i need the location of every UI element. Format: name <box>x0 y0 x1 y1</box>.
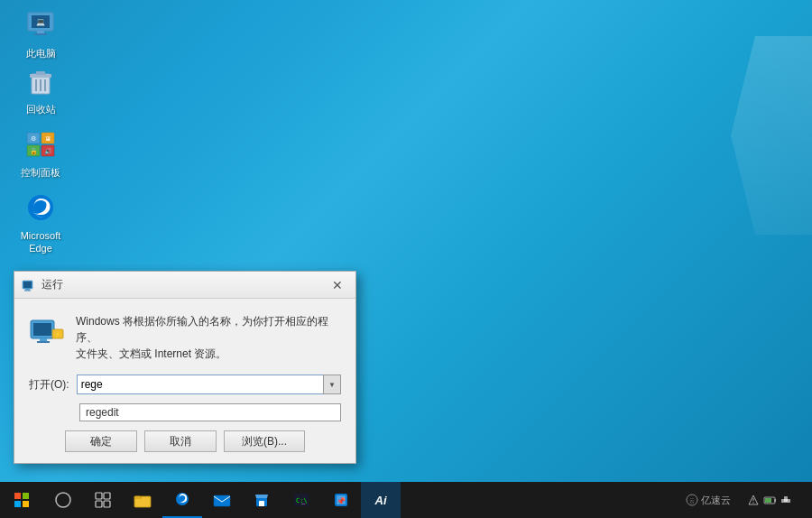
desktop-icon-recycle[interactable]: 回收站 <box>9 63 72 116</box>
taskbar-cmd-icon[interactable]: C:\ _ <box>281 482 321 518</box>
desktop-icon-control-panel[interactable]: ⚙ 🖥 🔒 🔊 控制面板 <box>9 126 72 179</box>
desktop-decoration <box>731 36 812 235</box>
taskbar-store-icon[interactable] <box>242 482 281 518</box>
taskbar-right-area: 云 亿速云 <box>680 482 812 518</box>
svg-rect-27 <box>40 338 47 341</box>
run-input-wrapper: ▼ <box>77 375 341 394</box>
svg-rect-22 <box>23 282 32 288</box>
run-ok-button[interactable]: 确定 <box>65 430 137 452</box>
svg-rect-8 <box>36 71 45 75</box>
svg-rect-32 <box>23 493 29 499</box>
run-dialog-titlebar[interactable]: 运行 ✕ <box>14 272 355 299</box>
yisunyun-label: 亿速云 <box>701 494 731 507</box>
svg-text:💻: 💻 <box>36 17 45 26</box>
taskbar-task-view-icon[interactable] <box>83 482 123 518</box>
svg-rect-39 <box>104 501 110 507</box>
run-cancel-button[interactable]: 取消 <box>144 430 217 452</box>
taskbar-ai-button[interactable]: Ai <box>361 482 401 518</box>
svg-rect-38 <box>96 501 102 507</box>
desktop-icon-edge[interactable]: Microsoft Edge <box>9 190 72 255</box>
cpanel-icon-label: 控制面板 <box>21 166 60 179</box>
pc-icon-label: 此电脑 <box>26 47 56 60</box>
run-open-label: 打开(O): <box>29 377 69 393</box>
svg-rect-26 <box>33 323 51 336</box>
svg-rect-24 <box>24 290 31 291</box>
svg-rect-37 <box>104 493 110 499</box>
svg-rect-57 <box>765 498 771 503</box>
taskbar-pinned-icon[interactable]: 📌 <box>321 482 361 518</box>
desktop-icon-pc[interactable]: 💻 此电脑 <box>9 7 72 60</box>
taskbar-file-explorer-icon[interactable] <box>123 482 162 518</box>
svg-rect-60 <box>781 499 790 503</box>
run-dialog-header: ⚡ Windows 将根据你所输入的名称，为你打开相应的程序、 文件夹、文档或 … <box>29 313 341 362</box>
start-button[interactable] <box>0 482 43 518</box>
recycle-icon <box>23 63 59 99</box>
run-dialog-icon: ⚡ <box>29 313 65 349</box>
desktop: 💻 此电脑 回收站 ⚙ 🖥 <box>0 0 812 518</box>
run-dialog-close-button[interactable]: ✕ <box>327 276 348 294</box>
svg-rect-58 <box>774 499 776 502</box>
svg-rect-31 <box>14 493 21 499</box>
edge-icon <box>23 190 59 226</box>
taskbar-ai-label: Ai <box>375 494 387 507</box>
svg-rect-42 <box>214 495 230 506</box>
control-panel-icon: ⚙ 🖥 🔒 🔊 <box>23 126 59 162</box>
svg-rect-36 <box>96 493 102 499</box>
taskbar-edge-icon[interactable] <box>162 482 202 518</box>
run-dialog-body: ⚡ Windows 将根据你所输入的名称，为你打开相应的程序、 文件夹、文档或 … <box>14 299 355 463</box>
svg-text:🖥: 🖥 <box>45 135 51 142</box>
run-dialog-buttons: 确定 取消 浏览(B)... <box>29 430 341 452</box>
svg-rect-44 <box>259 501 264 506</box>
svg-text:⚡: ⚡ <box>54 330 62 338</box>
run-autocomplete-dropdown: regedit <box>79 403 341 421</box>
run-dropdown-button[interactable]: ▼ <box>323 375 341 394</box>
edge-icon-label: Microsoft Edge <box>21 229 61 255</box>
run-autocomplete-item[interactable]: regedit <box>80 404 340 421</box>
pc-icon: 💻 <box>23 7 59 43</box>
recycle-icon-label: 回收站 <box>26 103 56 116</box>
run-input-row: 打开(O): ▼ <box>29 375 341 394</box>
taskbar: C:\ _ 📌 Ai 云 亿速云 <box>0 482 812 518</box>
run-browse-button[interactable]: 浏览(B)... <box>224 430 305 452</box>
svg-rect-3 <box>37 31 44 33</box>
svg-rect-28 <box>37 341 50 343</box>
taskbar-mail-icon[interactable] <box>202 482 242 518</box>
svg-text:📌: 📌 <box>337 496 346 505</box>
svg-text:🔒: 🔒 <box>30 147 38 155</box>
svg-rect-23 <box>25 289 30 291</box>
svg-rect-4 <box>34 33 47 35</box>
svg-point-55 <box>752 502 753 503</box>
svg-point-35 <box>56 493 70 507</box>
svg-text:⚙: ⚙ <box>31 135 36 142</box>
svg-text:云: 云 <box>689 498 695 504</box>
taskbar-search-icon[interactable] <box>43 482 83 518</box>
system-tray <box>740 482 805 518</box>
run-dialog: 运行 ✕ ⚡ Windows 将根据你所输入的名称，为你打开相应的程序、 文件夹… <box>14 271 356 464</box>
svg-rect-33 <box>14 501 21 507</box>
svg-text:🔊: 🔊 <box>44 147 52 155</box>
run-dialog-description: Windows 将根据你所输入的名称，为你打开相应的程序、 文件夹、文档或 In… <box>76 313 341 362</box>
yisunyun-badge: 云 亿速云 <box>680 494 736 507</box>
run-command-input[interactable] <box>77 375 341 394</box>
run-dialog-title: 运行 <box>42 277 327 292</box>
svg-rect-34 <box>23 501 29 507</box>
run-dialog-title-icon <box>22 278 36 292</box>
